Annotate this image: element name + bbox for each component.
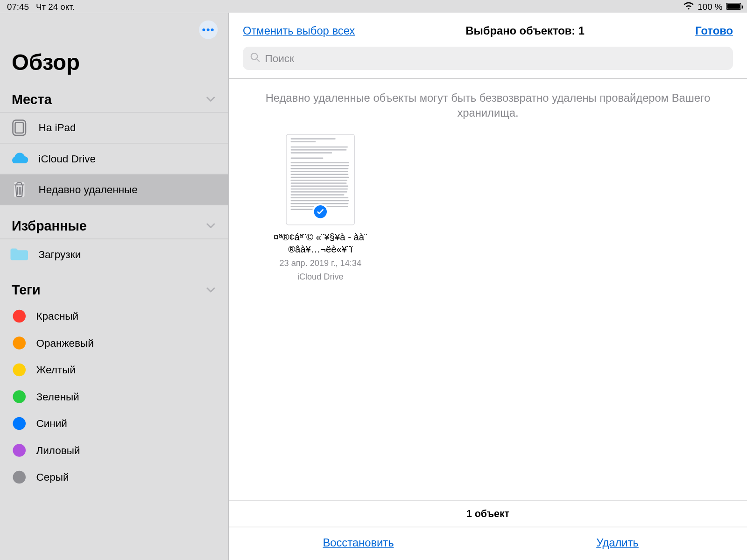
tag-dot-icon: [13, 390, 26, 403]
tag-orange[interactable]: Оранжевый: [0, 329, 228, 357]
tag-label: Лиловый: [36, 444, 80, 456]
tag-green[interactable]: Зеленый: [0, 383, 228, 410]
section-favorites-label: Избранные: [12, 218, 87, 234]
sidebar-title: Обзор: [0, 47, 228, 86]
footer-count: 1 объект: [229, 501, 747, 527]
info-notice: Недавно удаленные объекты могут быть без…: [229, 79, 747, 126]
tag-purple[interactable]: Лиловый: [0, 437, 228, 464]
ipad-icon: [9, 119, 29, 137]
done-button[interactable]: Готово: [695, 25, 733, 38]
tag-label: Серый: [36, 471, 69, 483]
tag-red[interactable]: Красный: [0, 303, 228, 330]
section-favorites[interactable]: Избранные: [0, 212, 228, 239]
status-date: Чт 24 окт.: [36, 1, 75, 11]
sidebar-item-label: iCloud Drive: [39, 153, 96, 165]
tag-label: Красный: [36, 310, 79, 322]
footer: 1 объект Восстановить Удалить: [229, 501, 747, 560]
tag-dot-icon: [13, 471, 26, 484]
chevron-down-icon: [206, 218, 215, 234]
tag-gray[interactable]: Серый: [0, 464, 228, 491]
battery-text: 100 %: [698, 1, 722, 11]
tag-yellow[interactable]: Желтый: [0, 357, 228, 384]
section-tags[interactable]: Теги: [0, 277, 228, 303]
file-thumbnail: [286, 134, 355, 225]
tag-label: Оранжевый: [36, 337, 94, 349]
trash-icon: [9, 181, 29, 199]
cloud-icon: [9, 150, 29, 168]
status-time: 07:45: [7, 1, 29, 11]
file-date: 23 апр. 2019 г., 14:34: [280, 258, 361, 269]
tag-dot-icon: [13, 336, 26, 350]
sidebar-item-recently-deleted[interactable]: Недавно удаленные: [0, 175, 228, 205]
search-input[interactable]: Поиск: [243, 47, 733, 70]
section-tags-label: Теги: [12, 282, 41, 298]
file-location: iCloud Drive: [297, 271, 344, 282]
sidebar-item-label: На iPad: [39, 122, 76, 134]
tag-dot-icon: [13, 417, 26, 430]
tag-dot-icon: [13, 310, 26, 323]
section-places-label: Места: [12, 91, 52, 107]
more-button[interactable]: •••: [199, 21, 218, 39]
delete-button[interactable]: Удалить: [488, 527, 747, 560]
sidebar-item-on-ipad[interactable]: На iPad: [0, 112, 228, 143]
tag-label: Зеленый: [36, 391, 79, 403]
file-item[interactable]: ¤ª®¢áª¨© «¨¥§¥à - àà¨ ®âà¥…¬ëè«¥¨ï 23 ап…: [259, 134, 382, 282]
selection-toolbar: Отменить выбор всех Выбрано объектов: 1 …: [243, 25, 733, 38]
sidebar-item-icloud[interactable]: iCloud Drive: [0, 144, 228, 175]
file-grid: ¤ª®¢áª¨© «¨¥§¥à - àà¨ ®âà¥…¬ëè«¥¨ï 23 ап…: [229, 126, 747, 500]
status-bar: 07:45 Чт 24 окт. 100 %: [0, 0, 747, 13]
sidebar-item-downloads[interactable]: Загрузки: [0, 239, 228, 270]
tag-label: Синий: [36, 417, 67, 429]
tag-dot-icon: [13, 364, 26, 377]
tag-blue[interactable]: Синий: [0, 410, 228, 437]
sidebar-item-label: Загрузки: [39, 248, 81, 260]
tag-label: Желтый: [36, 364, 76, 376]
section-places[interactable]: Места: [0, 86, 228, 113]
search-icon: [250, 52, 261, 65]
battery-icon: [726, 3, 741, 10]
chevron-down-icon: [206, 91, 215, 107]
deselect-all-button[interactable]: Отменить выбор всех: [243, 25, 355, 38]
sidebar-toolbar: •••: [0, 13, 228, 47]
tag-dot-icon: [13, 444, 26, 457]
file-name: ¤ª®¢áª¨© «¨¥§¥à - àà¨ ®âà¥…¬ëè«¥¨ï: [259, 231, 382, 255]
chevron-down-icon: [206, 282, 215, 298]
restore-button[interactable]: Восстановить: [229, 527, 488, 560]
folder-icon: [9, 245, 29, 263]
wifi-icon: [684, 1, 694, 11]
sidebar: ••• Обзор Места На iPad iCloud Drive Нед…: [0, 13, 229, 560]
main-panel: Отменить выбор всех Выбрано объектов: 1 …: [229, 13, 747, 560]
svg-point-3: [251, 53, 258, 59]
search-placeholder: Поиск: [265, 52, 294, 64]
selected-checkmark-icon: [312, 204, 329, 220]
selection-title: Выбрано объектов: 1: [465, 25, 585, 38]
sidebar-item-label: Недавно удаленные: [39, 183, 138, 196]
